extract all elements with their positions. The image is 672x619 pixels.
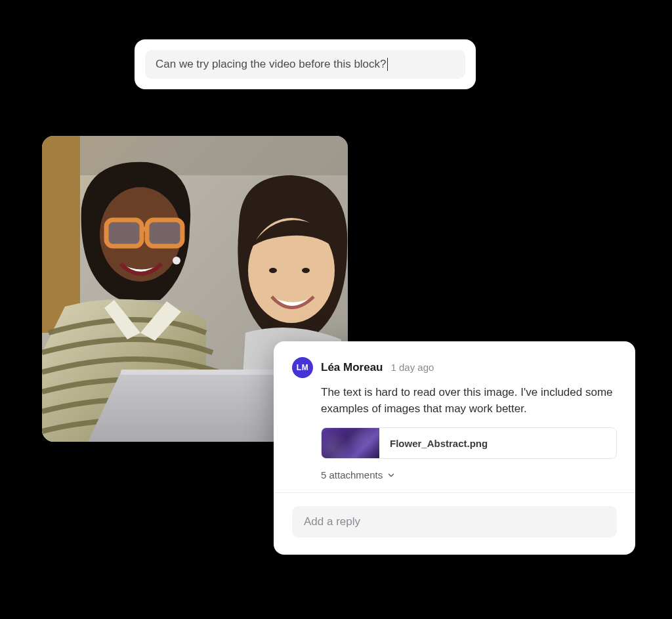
comment-body: LM Léa Moreau 1 day ago The text is hard… bbox=[274, 341, 635, 492]
svg-point-7 bbox=[173, 257, 180, 265]
attachment-filename: Flower_Abstract.png bbox=[379, 438, 498, 449]
reply-area: Add a reply bbox=[274, 492, 635, 555]
compose-card: Can we try placing the video before this… bbox=[135, 39, 476, 89]
svg-rect-11 bbox=[121, 370, 298, 375]
comment-text: The text is hard to read over this image… bbox=[321, 385, 617, 417]
reply-placeholder: Add a reply bbox=[304, 515, 360, 528]
svg-rect-1 bbox=[42, 136, 80, 333]
text-cursor-icon bbox=[387, 58, 388, 71]
svg-point-10 bbox=[302, 268, 310, 273]
avatar: LM bbox=[292, 357, 313, 378]
comment-author: Léa Moreau bbox=[321, 361, 383, 374]
attachment-thumb-icon bbox=[322, 428, 379, 458]
attachments-toggle[interactable]: 5 attachments bbox=[321, 469, 617, 480]
comment-timestamp: 1 day ago bbox=[390, 362, 434, 373]
attachments-count-label: 5 attachments bbox=[321, 469, 383, 480]
reply-input[interactable]: Add a reply bbox=[292, 506, 617, 538]
svg-rect-5 bbox=[147, 220, 182, 246]
chevron-down-icon bbox=[387, 471, 396, 480]
compose-text: Can we try placing the video before this… bbox=[156, 58, 387, 71]
comment-header: LM Léa Moreau 1 day ago bbox=[292, 357, 617, 378]
attachment-chip[interactable]: Flower_Abstract.png bbox=[321, 427, 617, 459]
comment-panel: LM Léa Moreau 1 day ago The text is hard… bbox=[274, 341, 635, 555]
svg-point-9 bbox=[269, 268, 277, 273]
svg-rect-4 bbox=[106, 220, 142, 246]
compose-input[interactable]: Can we try placing the video before this… bbox=[145, 50, 465, 79]
author-line: Léa Moreau 1 day ago bbox=[321, 361, 434, 374]
